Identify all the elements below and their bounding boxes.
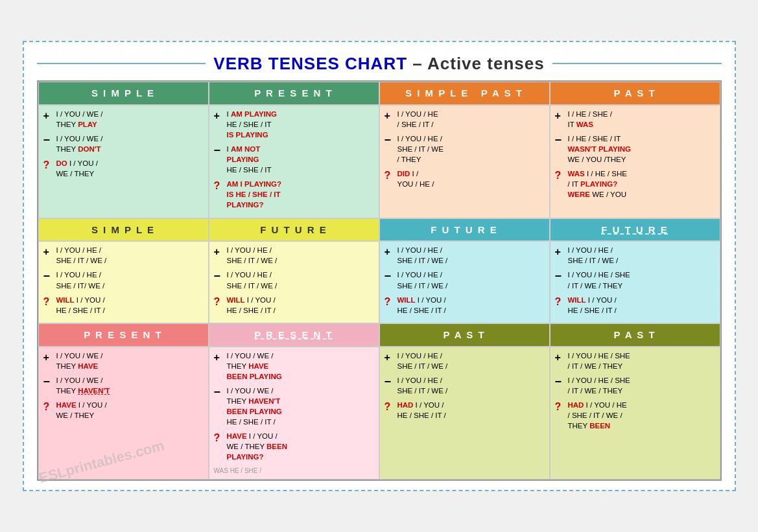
row-content: I / YOU / WE /THEY PLAY — [56, 109, 204, 130]
row-content-sfs-minus: I / YOU / HE /SHE / IT/ WE / — [56, 270, 204, 290]
row-content-ppc-q: HAVE I / YOU /WE / THEY BEENPLAYING? — [227, 431, 374, 462]
row-plus-simple: + I / YOU / WE /THEY PLAY — [43, 109, 204, 130]
row-plus-ppc: + I / YOU / WE /THEY HAVEBEEN PLAYING — [214, 351, 374, 382]
row-content-pc-minus: I AM NOTPLAYINGHE / SHE / IT — [227, 144, 374, 175]
plus-symbol-ppas: + — [385, 351, 395, 365]
minus-symbol-ppasc: − — [555, 374, 565, 390]
row-minus-pc: − I AM NOTPLAYINGHE / SHE / IT — [214, 144, 374, 175]
row-plus-sfs: + I / YOU / HE /SHE / IT / WE / — [43, 245, 204, 266]
row-minus-pps: − I / YOU / WE /THEY HAVEN'T — [43, 375, 204, 396]
row-plus-fp: + I / YOU / HE /SHE / IT / WE / — [385, 245, 545, 266]
row-q-pps: ? HAVE I / YOU /WE / THEY — [43, 400, 204, 421]
minus-symbol-pastc: − — [555, 132, 565, 148]
header-present: P R E S E N T — [209, 82, 379, 105]
q-symbol: ? — [43, 158, 54, 172]
row-content-sfs-plus: I / YOU / HE /SHE / IT / WE / — [56, 245, 204, 266]
q-symbol-ppc: ? — [214, 431, 224, 445]
page-container: VERB TENSES CHART – Active tenses S I M … — [23, 41, 736, 491]
row-content-fp-plus: I / YOU / HE /SHE / IT / WE / — [397, 245, 545, 266]
q-symbol-sfs: ? — [43, 295, 54, 309]
row-minus-fp: − I / YOU / HE /SHE / IT / WE / — [385, 270, 545, 290]
chart-grid: S I M P L E P R E S E N T S I M P L E P … — [37, 80, 722, 481]
plus-symbol-sp: + — [385, 109, 395, 123]
row-q-sfs: ? WILL I / YOU /HE / SHE / IT / — [43, 295, 204, 316]
title-main: VERB TENSES CHART — [213, 54, 407, 73]
minus-symbol-fc: − — [214, 268, 224, 284]
header-past-perfect: P A S T — [379, 323, 550, 347]
row-minus-simple: − I / YOU / WE /THEY DON'T — [43, 133, 204, 154]
row-q-ppasc: ? HAD I / YOU / HE/ SHE / IT / WE /THEY … — [555, 400, 715, 431]
row-content-fp-minus: I / YOU / HE /SHE / IT / WE / — [397, 270, 545, 290]
header-simple-past: S I M P L E P A S T — [379, 82, 550, 105]
q-symbol-fpc: ? — [555, 295, 565, 309]
row-minus-fc: − I / YOU / HE /SHE / IT / WE / — [214, 270, 374, 290]
header-past-perfect-cont: P A S T — [550, 323, 720, 347]
row-content-fc-plus: I / YOU / HE /SHE / IT / WE / — [227, 245, 374, 266]
plus-symbol-pastc: + — [555, 109, 565, 123]
header-simple-future: S I M P L E — [38, 218, 209, 242]
extra-line: WAS HE / SHE / — [214, 467, 374, 476]
row-content-ppas-minus: I / YOU / HE /SHE / IT / WE / — [397, 375, 545, 396]
q-symbol-pastc: ? — [555, 168, 565, 183]
row-content-fc-minus: I / YOU / HE /SHE / IT / WE / — [227, 270, 374, 290]
minus-symbol-sfs: − — [43, 268, 54, 284]
row-q-simple: ? DO I / YOU /WE / THEY — [43, 158, 204, 179]
row-minus-ppasc: − I / YOU / HE / SHE/ IT / WE / THEY — [555, 375, 715, 396]
row-plus-fc: + I / YOU / HE /SHE / IT / WE / — [214, 245, 374, 266]
header-future2: F U T U R E — [379, 218, 550, 242]
header-present-perfect: P R E S E N T — [38, 323, 209, 347]
row-content-pastc-minus: I / HE / SHE / ITWASN'T PLAYINGWE / YOU … — [568, 133, 715, 165]
row-content-pps-minus: I / YOU / WE /THEY HAVEN'T — [56, 375, 204, 396]
row-minus-fpc: − I / YOU / HE / SHE/ IT / WE / THEY — [555, 270, 715, 290]
title-right-line — [552, 63, 722, 64]
cell-simple-future-s: + I / YOU / HE /SHE / IT / WE / − I / YO… — [38, 241, 209, 323]
row-q-sp: ? DID I /YOU / HE / — [385, 168, 545, 189]
cell-simple-present-simple: + I / YOU / WE /THEY PLAY − I / YOU / WE… — [38, 105, 209, 218]
plus-symbol-fp: + — [385, 245, 395, 259]
row-content-q: DO I / YOU /WE / THEY — [56, 158, 204, 179]
minus-symbol: − — [43, 132, 54, 148]
row-content-ppas-plus: I / YOU / HE /SHE / IT / WE / — [397, 351, 545, 371]
plus-symbol: + — [43, 109, 54, 123]
cell-future-perfect-cont: + I / YOU / HE /SHE / IT / WE / − I / YO… — [550, 241, 720, 323]
row-content-fpc-minus: I / YOU / HE / SHE/ IT / WE / THEY — [568, 270, 715, 290]
row-content-sp-q: DID I /YOU / HE / — [397, 168, 545, 189]
cell-present-continuous: + I AM PLAYINGHE / SHE / ITIS PLAYING − … — [209, 105, 379, 218]
row-minus-sfs: − I / YOU / HE /SHE / IT/ WE / — [43, 270, 204, 290]
title-bar: VERB TENSES CHART – Active tenses — [37, 54, 722, 74]
row-plus-fpc: + I / YOU / HE /SHE / IT / WE / — [555, 245, 715, 266]
row-content-fpc-plus: I / YOU / HE /SHE / IT / WE / — [568, 245, 715, 266]
cell-present-perfect-simple: + I / YOU / WE /THEY HAVE − I / YOU / WE… — [38, 347, 209, 480]
plus-symbol-pc: + — [214, 109, 224, 123]
q-symbol-fc: ? — [214, 295, 224, 309]
header-present-perfect-cont: P R E S E N T — [209, 323, 379, 347]
minus-symbol-pps: − — [43, 374, 54, 390]
minus-symbol-ppc: − — [214, 384, 224, 400]
row-content-fp-q: WILL I / YOU /HE / SHE / IT / — [397, 295, 545, 316]
plus-symbol-sfs: + — [43, 245, 54, 259]
row-plus-sp: + I / YOU / HE/ SHE / IT / — [385, 109, 545, 130]
row-q-fp: ? WILL I / YOU /HE / SHE / IT / — [385, 295, 545, 316]
row-content-sfs-q: WILL I / YOU /HE / SHE / IT / — [56, 295, 204, 316]
plus-symbol-fpc: + — [555, 245, 565, 259]
row-q-fpc: ? WILL I / YOU /HE / SHE / IT / — [555, 295, 715, 316]
header-future3: F U T U R E — [550, 218, 720, 242]
minus-symbol-fpc: − — [555, 268, 565, 284]
title-sub: – Active tenses — [407, 54, 545, 73]
row-q-ppc: ? HAVE I / YOU /WE / THEY BEENPLAYING? — [214, 431, 374, 462]
cell-past-continuous: + I / HE / SHE /IT WAS − I / HE / SHE / … — [550, 105, 720, 218]
row-content-ppasc-q: HAD I / YOU / HE/ SHE / IT / WE /THEY BE… — [568, 400, 715, 431]
row-plus-pastc: + I / HE / SHE /IT WAS — [555, 109, 715, 130]
row-plus-ppas: + I / YOU / HE /SHE / IT / WE / — [385, 351, 545, 371]
row-content-pps-q: HAVE I / YOU /WE / THEY — [56, 400, 204, 421]
row-q-ppas: ? HAD I / YOU /HE / SHE / IT / — [385, 400, 545, 421]
header-future: F U T U R E — [209, 218, 379, 242]
q-symbol-ppasc: ? — [555, 400, 565, 414]
row-plus-pc: + I AM PLAYINGHE / SHE / ITIS PLAYING — [214, 109, 374, 140]
plus-symbol-ppc: + — [214, 351, 224, 365]
title-left-line — [37, 63, 206, 64]
cell-past-perfect-simple: + I / YOU / HE /SHE / IT / WE / − I / YO… — [379, 347, 550, 480]
row-content-ppc-minus: I / YOU / WE /THEY HAVEN'TBEEN PLAYINGHE… — [227, 386, 374, 427]
row-content-ppasc-plus: I / YOU / HE / SHE/ IT / WE / THEY — [568, 351, 715, 371]
minus-symbol-fp: − — [385, 268, 395, 284]
